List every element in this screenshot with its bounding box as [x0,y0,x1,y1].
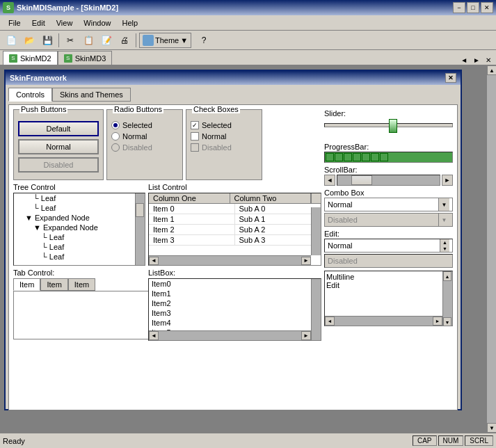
listbox-item2[interactable]: Item2 [149,298,321,308]
title-bar-controls: − □ ✕ [453,2,493,13]
radio-disabled-circle [111,143,120,152]
tab-ctrl-tab1[interactable]: Item [40,278,67,291]
listbox-scroll-right[interactable]: ► [301,331,311,340]
listbox[interactable]: Item0 Item1 Item2 Item3 Item4 Item5 [148,278,321,341]
main-scrollbar[interactable]: ▲ ▼ [486,65,496,433]
main-scroll-up[interactable]: ▲ [487,65,496,75]
tab-ctrl-tab0[interactable]: Item [13,278,40,291]
close-button[interactable]: ✕ [481,2,493,13]
maximize-button[interactable]: □ [467,2,479,13]
minimize-button[interactable]: − [453,2,465,13]
theme-arrow-icon: ▼ [180,36,188,45]
tree-item-leaf4[interactable]: └ Leaf [14,242,145,252]
radio-selected[interactable]: Selected [111,121,178,129]
edit-normal[interactable]: Normal ▲ ▼ [324,239,453,253]
multiline-scrollbar-h[interactable]: ◄ ► [325,316,442,326]
main-scroll-down[interactable]: ▼ [487,423,496,433]
multiline-scroll-up[interactable]: ▲ [443,271,451,281]
multiline-scrollbar-v[interactable]: ▲ ▼ [442,271,452,326]
mdi-nav-right[interactable]: ► [471,56,482,65]
menu-file[interactable]: File [3,17,26,29]
check-normal[interactable]: Normal [191,132,257,141]
scrollbar-track[interactable] [337,175,440,186]
list-row-1[interactable]: Item 1 Sub A 1 [149,214,321,225]
list-scroll-track[interactable] [159,257,301,265]
tab-skins-themes[interactable]: Skins and Themes [52,88,131,102]
tree-item-leaf3[interactable]: └ Leaf [14,232,145,242]
dialog-close-button[interactable]: ✕ [445,73,456,83]
list-scrollbar-v[interactable] [311,207,321,255]
multiline-scroll-left[interactable]: ◄ [325,317,335,326]
edit-disabled-value: Disabled [328,257,358,265]
scrollbar-left-btn[interactable]: ◄ [324,175,335,186]
toolbar-cut[interactable]: ✂ [62,33,79,48]
mdi-tab-skinmd2[interactable]: S SkinMD2 [3,51,58,65]
listbox-label: ListBox: [148,269,321,277]
multiline-scroll-right[interactable]: ► [433,317,442,326]
combo-arrow-icon: ▼ [438,198,449,211]
list-scrollbar-h[interactable]: ◄ ► [149,255,311,265]
tree-scrollbar-v[interactable] [135,193,145,266]
tree-item-leaf5[interactable]: └ Leaf [14,252,145,262]
default-button[interactable]: Default [18,121,99,136]
edit-spinner[interactable]: ▲ ▼ [440,239,449,252]
listbox-scroll-track[interactable] [159,331,301,340]
mdi-tab-skinmd3-label: SkinMD3 [75,54,106,63]
listbox-item1[interactable]: Item1 [149,289,321,298]
mdi-nav-close[interactable]: ✕ [483,56,493,65]
list-row-3[interactable]: Item 3 Sub A 3 [149,235,321,246]
mdi-tab-skinmd3[interactable]: S SkinMD3 [58,51,113,65]
radio-normal[interactable]: Normal [111,132,178,141]
tab-ctrl-tab2[interactable]: Item [68,278,95,291]
slider-track-container[interactable] [324,123,453,140]
list-col1-header: Column One [149,193,230,203]
theme-button[interactable]: Theme ▼ [139,33,191,48]
menu-edit[interactable]: Edit [26,17,51,29]
list-row2-col2: Sub A 2 [235,225,321,234]
multiline-edit[interactable]: Multiline Edit ▲ ▼ ◄ [324,271,453,326]
tree-scroll-thumb[interactable] [136,203,144,217]
list-scroll-right[interactable]: ► [301,257,311,265]
listbox-item0[interactable]: Item0 [149,279,321,289]
main-scroll-track[interactable] [487,75,496,423]
list-scroll-left[interactable]: ◄ [149,257,159,265]
menu-view[interactable]: View [51,17,79,29]
check-selected[interactable]: ✓ Selected [191,121,257,129]
list-row-2[interactable]: Item 2 Sub A 2 [149,225,321,235]
multiline-scroll-down[interactable]: ▼ [443,317,451,326]
listbox-scrollbar-v[interactable] [311,279,321,341]
seg1 [335,153,343,161]
toolbar-copy[interactable]: 📋 [80,33,97,48]
list-control[interactable]: Column One Column Two Item 0 Sub A 0 [148,193,321,266]
listbox-scrollbar-h[interactable]: ◄ ► [149,330,311,340]
tree-item-leaf2[interactable]: └ Leaf [14,203,145,213]
scrollbar-right-btn[interactable]: ► [442,175,453,186]
toolbar-help[interactable]: ? [195,33,212,48]
mdi-nav-left[interactable]: ◄ [458,56,470,65]
list-row-0[interactable]: Item 0 Sub A 0 [149,204,321,214]
tab-controls[interactable]: Controls [8,88,52,102]
toolbar-new[interactable]: 📄 [3,33,19,48]
tree-item-expanded1[interactable]: ▼ Expanded Node [14,213,145,223]
menu-window[interactable]: Window [78,17,116,29]
listbox-item4[interactable]: Item4 [149,318,321,328]
listbox-scroll-left[interactable]: ◄ [149,331,159,340]
slider-thumb[interactable] [389,119,397,133]
dialog-title-text: SkinFramework [10,74,67,82]
spin-down-btn[interactable]: ▼ [440,246,449,252]
spin-up-btn[interactable]: ▲ [440,239,449,246]
toolbar-open[interactable]: 📂 [21,33,38,48]
combo-normal[interactable]: Normal ▼ [324,198,453,211]
toolbar-print[interactable]: 🖨 [116,33,133,48]
scrollbar-thumb[interactable] [351,175,372,185]
toolbar-paste[interactable]: 📝 [98,33,115,48]
normal-button[interactable]: Normal [18,139,99,154]
tree-item-leaf1[interactable]: └ Leaf [14,193,145,203]
dialog-body: Controls Skins and Themes Push Buttons [6,85,461,413]
tree-control[interactable]: └ Leaf └ Leaf ▼ Expanded Node [13,193,145,266]
toolbar-save[interactable]: 💾 [39,33,56,48]
listbox-item3[interactable]: Item3 [149,308,321,318]
left-portion: Push Buttons Default Normal Disabled Rad… [13,109,321,406]
menu-help[interactable]: Help [116,17,143,29]
tree-item-expanded2[interactable]: ▼ Expanded Node [14,223,145,232]
